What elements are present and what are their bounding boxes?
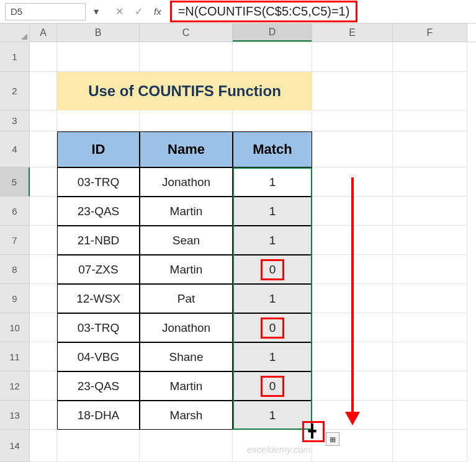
cell-A5[interactable] bbox=[30, 167, 57, 197]
cell-D3[interactable] bbox=[233, 110, 312, 131]
cell-A14[interactable] bbox=[30, 430, 57, 462]
col-header-D[interactable]: D bbox=[233, 24, 312, 42]
row-header-13[interactable]: 13 bbox=[0, 401, 30, 430]
row-header-7[interactable]: 7 bbox=[0, 226, 30, 255]
col-header-A[interactable]: A bbox=[30, 24, 57, 42]
cell-A9[interactable] bbox=[30, 284, 57, 313]
row-header-12[interactable]: 12 bbox=[0, 371, 30, 401]
cell-A1[interactable] bbox=[30, 42, 57, 72]
cell-C1[interactable] bbox=[140, 42, 233, 72]
formula-input[interactable]: =N(COUNTIFS(C$5:C5,C5)=1) bbox=[170, 1, 358, 22]
row-header-14[interactable]: 14 bbox=[0, 430, 30, 462]
cell-E2[interactable] bbox=[312, 72, 393, 110]
row-header-4[interactable]: 4 bbox=[0, 131, 30, 167]
cell-F1[interactable] bbox=[393, 42, 467, 72]
cell-id-11[interactable]: 04-VBG bbox=[57, 342, 140, 371]
cell-name-9[interactable]: Pat bbox=[140, 284, 233, 313]
cell-name-7[interactable]: Sean bbox=[140, 226, 233, 255]
cell-name-6[interactable]: Martin bbox=[140, 197, 233, 226]
row-header-3[interactable]: 3 bbox=[0, 110, 30, 131]
cell-C3[interactable] bbox=[140, 110, 233, 131]
cell-match-6[interactable]: 1 bbox=[233, 197, 312, 226]
cell-id-8[interactable]: 07-ZXS bbox=[57, 255, 140, 284]
cell-F2[interactable] bbox=[393, 72, 467, 110]
cell-E1[interactable] bbox=[312, 42, 393, 72]
cell-F5[interactable] bbox=[393, 167, 467, 197]
fill-handle-cursor-icon[interactable]: ╋ bbox=[308, 424, 316, 438]
col-header-E[interactable]: E bbox=[312, 24, 393, 42]
col-header-F[interactable]: F bbox=[393, 24, 467, 42]
cell-match-10[interactable]: 0 bbox=[233, 313, 312, 342]
cell-name-13[interactable]: Marsh bbox=[140, 401, 233, 430]
row-header-9[interactable]: 9 bbox=[0, 284, 30, 313]
header-id[interactable]: ID bbox=[57, 131, 140, 167]
cell-E4[interactable] bbox=[312, 131, 393, 167]
cell-F11[interactable] bbox=[393, 342, 467, 371]
cell-D1[interactable] bbox=[233, 42, 312, 72]
cell-A12[interactable] bbox=[30, 371, 57, 401]
header-name[interactable]: Name bbox=[140, 131, 233, 167]
row-header-5[interactable]: 5 bbox=[0, 167, 30, 197]
cell-F13[interactable] bbox=[393, 401, 467, 430]
cell-B14[interactable] bbox=[57, 430, 140, 462]
cell-F10[interactable] bbox=[393, 313, 467, 342]
cell-F9[interactable] bbox=[393, 284, 467, 313]
cell-match-5[interactable]: 1 bbox=[233, 167, 312, 197]
check-icon[interactable]: ✓ bbox=[135, 6, 143, 17]
header-match[interactable]: Match bbox=[233, 131, 312, 167]
cell-name-11[interactable]: Shane bbox=[140, 342, 233, 371]
cell-F12[interactable] bbox=[393, 371, 467, 401]
cell-name-5[interactable]: Jonathon bbox=[140, 167, 233, 197]
cell-id-9[interactable]: 12-WSX bbox=[57, 284, 140, 313]
cell-match-12[interactable]: 0 bbox=[233, 371, 312, 401]
cell-F7[interactable] bbox=[393, 226, 467, 255]
cell-F4[interactable] bbox=[393, 131, 467, 167]
cell-match-11[interactable]: 1 bbox=[233, 342, 312, 371]
cell-id-13[interactable]: 18-DHA bbox=[57, 401, 140, 430]
cell-A11[interactable] bbox=[30, 342, 57, 371]
row-header-1[interactable]: 1 bbox=[0, 42, 30, 72]
cell-match-13[interactable]: 1 bbox=[233, 401, 312, 430]
name-box[interactable]: D5 bbox=[5, 3, 86, 20]
cell-B1[interactable] bbox=[57, 42, 140, 72]
select-all-corner[interactable] bbox=[0, 24, 30, 42]
cell-id-10[interactable]: 03-TRQ bbox=[57, 313, 140, 342]
cell-A8[interactable] bbox=[30, 255, 57, 284]
name-box-dropdown[interactable]: ▾ bbox=[86, 6, 107, 17]
cell-name-12[interactable]: Martin bbox=[140, 371, 233, 401]
fx-icon[interactable]: fx bbox=[154, 6, 161, 17]
col-header-C[interactable]: C bbox=[140, 24, 233, 42]
row-header-8[interactable]: 8 bbox=[0, 255, 30, 284]
cell-C14[interactable] bbox=[140, 430, 233, 462]
cell-A3[interactable] bbox=[30, 110, 57, 131]
cell-match-7[interactable]: 1 bbox=[233, 226, 312, 255]
cell-name-10[interactable]: Jonathon bbox=[140, 313, 233, 342]
cell-A7[interactable] bbox=[30, 226, 57, 255]
cell-F6[interactable] bbox=[393, 197, 467, 226]
row-header-6[interactable]: 6 bbox=[0, 197, 30, 226]
cell-A4[interactable] bbox=[30, 131, 57, 167]
cell-F3[interactable] bbox=[393, 110, 467, 131]
row-header-10[interactable]: 10 bbox=[0, 313, 30, 342]
cell-E3[interactable] bbox=[312, 110, 393, 131]
col-header-B[interactable]: B bbox=[57, 24, 140, 42]
cell-A10[interactable] bbox=[30, 313, 57, 342]
cell-F8[interactable] bbox=[393, 255, 467, 284]
cell-name-8[interactable]: Martin bbox=[140, 255, 233, 284]
row-header-2[interactable]: 2 bbox=[0, 72, 30, 110]
title-cell[interactable]: Use of COUNTIFS Function bbox=[57, 72, 312, 110]
cell-id-12[interactable]: 23-QAS bbox=[57, 371, 140, 401]
cell-B3[interactable] bbox=[57, 110, 140, 131]
cell-id-6[interactable]: 23-QAS bbox=[57, 197, 140, 226]
cell-A13[interactable] bbox=[30, 401, 57, 430]
cell-id-7[interactable]: 21-NBD bbox=[57, 226, 140, 255]
cell-F14[interactable] bbox=[393, 430, 467, 462]
cell-match-9[interactable]: 1 bbox=[233, 284, 312, 313]
cell-id-5[interactable]: 03-TRQ bbox=[57, 167, 140, 197]
row-header-11[interactable]: 11 bbox=[0, 342, 30, 371]
autofill-options-button[interactable]: ▦ bbox=[326, 432, 339, 446]
cell-A6[interactable] bbox=[30, 197, 57, 226]
cancel-icon[interactable]: ✕ bbox=[115, 6, 123, 17]
cell-match-8[interactable]: 0 bbox=[233, 255, 312, 284]
cell-A2[interactable] bbox=[30, 72, 57, 110]
